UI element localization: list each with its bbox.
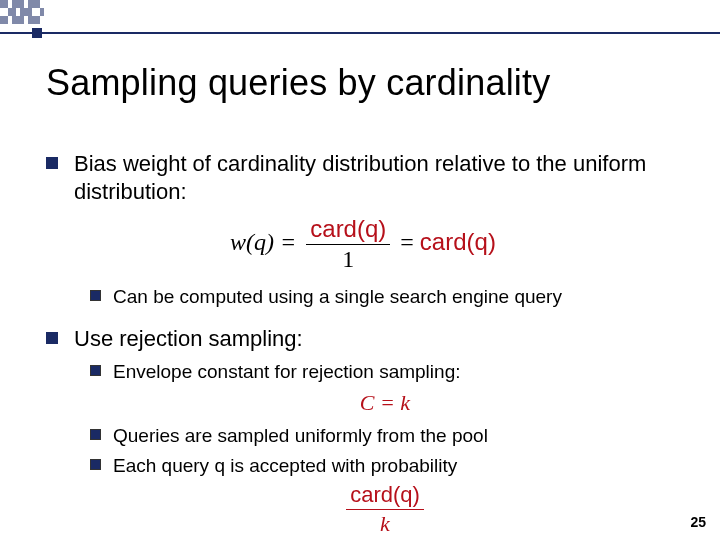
fraction-denominator: k: [346, 510, 424, 537]
hollow-square-bullet-icon: [90, 429, 101, 440]
sub-bullet-text: Envelope constant for rejection sampling…: [113, 360, 460, 384]
hollow-square-bullet-icon: [90, 290, 101, 301]
sub-bullet-item: Each query q is accepted with probabilit…: [90, 454, 680, 537]
sub-bullet-item: Can be computed using a single search en…: [90, 285, 680, 309]
formula-envelope: C = k: [90, 390, 680, 416]
bullet-text: Use rejection sampling:: [74, 325, 303, 353]
fraction-numerator: card(q): [346, 482, 424, 510]
bullet-list-level-2: Can be computed using a single search en…: [90, 285, 680, 309]
bullet-list-level-2: Envelope constant for rejection sampling…: [90, 360, 680, 536]
slide: Sampling queries by cardinality Bias wei…: [0, 0, 720, 540]
sub-bullet-text: Queries are sampled uniformly from the p…: [113, 424, 488, 448]
slide-decoration: [0, 0, 720, 46]
formula-lhs: w(q) =: [230, 229, 296, 255]
fraction-numerator: card(q): [306, 215, 390, 245]
sub-bullet-item: Queries are sampled uniformly from the p…: [90, 424, 680, 448]
formula-weight: w(q) = card(q) 1 = card(q): [46, 215, 680, 273]
hollow-square-bullet-icon: [90, 459, 101, 470]
bullet-text: Bias weight of cardinality distribution …: [74, 150, 680, 205]
corner-checker-pattern: [0, 0, 44, 30]
formula-rhs: card(q): [420, 228, 496, 255]
top-divider-line: [0, 32, 720, 34]
bullet-list-level-1: Bias weight of cardinality distribution …: [46, 150, 680, 537]
square-bullet-icon: [46, 332, 58, 344]
slide-title: Sampling queries by cardinality: [46, 62, 550, 104]
formula-accept-probability: card(q) k: [90, 482, 680, 537]
page-number: 25: [690, 514, 706, 530]
slide-body: Bias weight of cardinality distribution …: [46, 150, 680, 540]
sub-bullet-text: Each query q is accepted with probabilit…: [113, 454, 457, 478]
square-bullet-icon: [46, 157, 58, 169]
sub-bullet-item: Envelope constant for rejection sampling…: [90, 360, 680, 416]
hollow-square-bullet-icon: [90, 365, 101, 376]
formula-equals: =: [400, 229, 420, 255]
fraction-denominator: 1: [306, 245, 390, 273]
bullet-item: Use rejection sampling: Envelope constan…: [46, 325, 680, 537]
formula-fraction: card(q) 1: [306, 215, 390, 273]
sub-bullet-text: Can be computed using a single search en…: [113, 285, 562, 309]
bullet-item: Bias weight of cardinality distribution …: [46, 150, 680, 309]
